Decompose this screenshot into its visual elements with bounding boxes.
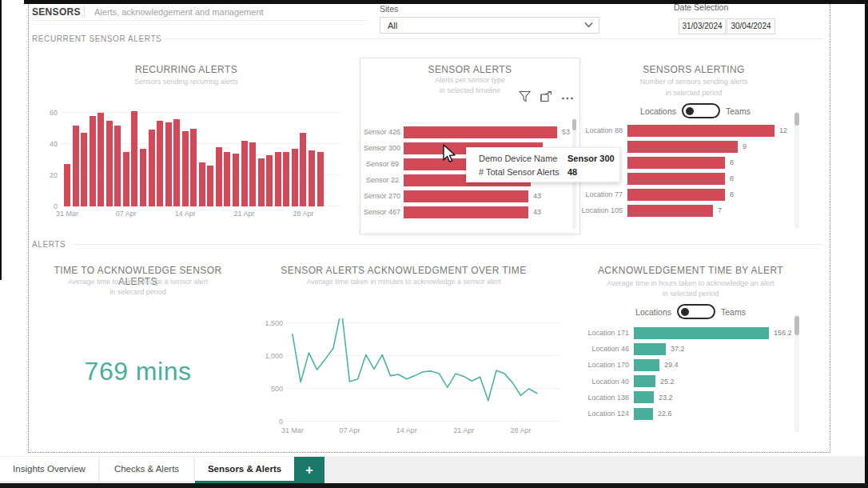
bar[interactable]	[149, 130, 155, 206]
bar[interactable]	[199, 162, 205, 206]
value-label: 37.2	[671, 345, 685, 353]
section-divider-line	[72, 244, 823, 245]
value-label: 43	[533, 208, 541, 216]
left-black-strip	[0, 0, 2, 280]
bar[interactable]	[216, 147, 222, 206]
bar[interactable]	[90, 116, 96, 206]
bar[interactable]	[634, 359, 659, 371]
category-label: Location 138	[583, 394, 634, 402]
bar[interactable]	[627, 189, 725, 201]
value-label: 12	[779, 126, 787, 134]
bar[interactable]	[275, 152, 281, 206]
x-axis-tick: 21 Apr	[234, 210, 255, 218]
bar[interactable]	[224, 152, 230, 206]
bar-row: Location 17029.4	[583, 357, 792, 373]
bar[interactable]	[404, 126, 557, 138]
bar[interactable]	[309, 150, 315, 206]
bar[interactable]	[292, 149, 298, 206]
ack-over-time-line-chart[interactable]: 05001,0001,50031 Mar07 Apr14 Apr21 Apr28…	[286, 318, 555, 423]
bar[interactable]	[114, 126, 121, 206]
recurring-alerts-bar-chart[interactable]: 020406031 Mar07 Apr14 Apr21 Apr28 Apr	[61, 108, 336, 206]
tab-checks-alerts[interactable]: Checks & Alerts	[100, 457, 193, 481]
x-axis-tick: 14 Apr	[396, 426, 417, 434]
bar[interactable]	[404, 190, 528, 202]
bar[interactable]	[634, 375, 655, 387]
bar[interactable]	[81, 133, 87, 206]
tooltip: Demo Device Name Sensor 300 # Total Sens…	[466, 147, 620, 182]
bar[interactable]	[249, 142, 256, 206]
bar-row: Location 12422.6	[583, 406, 792, 422]
bar[interactable]	[634, 327, 769, 339]
teams-label[interactable]: Teams	[721, 307, 746, 317]
bar[interactable]	[98, 113, 104, 206]
bar[interactable]	[123, 152, 129, 206]
sites-dropdown[interactable]: All	[380, 17, 599, 34]
tab-insights-overview[interactable]: Insights Overview	[0, 457, 98, 481]
locations-label[interactable]: Locations	[635, 307, 671, 317]
bar[interactable]	[627, 125, 774, 137]
bar[interactable]	[157, 121, 163, 206]
bar[interactable]	[241, 141, 248, 206]
toggle-knob	[686, 107, 694, 115]
value-label: 7	[718, 206, 722, 214]
tab-sensors-alerts[interactable]: Sensors & Alerts	[195, 457, 294, 481]
bar[interactable]	[634, 391, 654, 403]
bar[interactable]	[627, 141, 738, 153]
filter-icon[interactable]	[518, 90, 532, 103]
bar[interactable]	[173, 119, 180, 206]
date-to-field[interactable]: 30/04/2024	[727, 18, 775, 34]
teams-label[interactable]: Teams	[726, 106, 751, 116]
date-from-field[interactable]: 31/03/2024	[679, 18, 726, 34]
bar[interactable]	[182, 131, 189, 206]
locations-label[interactable]: Locations	[640, 106, 676, 116]
y-axis-tick: 1,000	[259, 352, 283, 360]
bar[interactable]	[258, 158, 265, 206]
scrollbar-thumb[interactable]	[794, 113, 799, 126]
bar-row: Location 8812	[578, 122, 787, 138]
sensors-alerting-scrollbar[interactable]	[794, 112, 799, 229]
bar[interactable]	[106, 121, 113, 206]
line-series[interactable]	[286, 318, 555, 423]
y-axis-tick: 0	[259, 418, 283, 426]
sensors-alerting-subtitle-2: in selected period	[591, 89, 796, 97]
bar[interactable]	[73, 126, 79, 206]
tooltip-field-label: # Total Sensor Alerts	[479, 166, 567, 179]
section-divider-line	[149, 38, 823, 39]
bar[interactable]	[627, 173, 725, 185]
bar[interactable]	[64, 164, 70, 206]
category-label: Sensor 22	[364, 176, 404, 184]
add-page-button[interactable]: +	[294, 457, 325, 484]
value-label: 8	[730, 174, 734, 182]
scrollbar-thumb[interactable]	[572, 119, 576, 130]
bar[interactable]	[233, 154, 239, 206]
bar[interactable]	[317, 152, 324, 206]
bar[interactable]	[404, 206, 528, 218]
bar[interactable]	[300, 133, 306, 206]
bar[interactable]	[131, 111, 137, 206]
bar[interactable]	[634, 343, 666, 355]
focus-mode-icon[interactable]	[540, 90, 553, 103]
bar[interactable]	[634, 408, 653, 420]
bar[interactable]	[165, 122, 172, 206]
ack-by-alert-scrollbar[interactable]	[794, 314, 799, 432]
x-axis-tick: 28 Apr	[511, 426, 532, 434]
ack-by-alert-subtitle-1: Average time in hours taken to acknowled…	[582, 279, 799, 287]
bar[interactable]	[207, 166, 213, 206]
locations-teams-toggle[interactable]	[682, 103, 720, 118]
bar[interactable]	[266, 155, 273, 206]
bar[interactable]	[627, 205, 713, 217]
tooltip-field-value: Sensor 300	[567, 152, 615, 166]
locations-teams-toggle[interactable]	[677, 304, 715, 319]
bar[interactable]	[627, 157, 725, 169]
chevron-down-icon[interactable]	[584, 22, 593, 28]
sensor-alerts-subtitle-1: Alerts per sensor type	[360, 76, 580, 84]
bar[interactable]	[283, 152, 289, 206]
more-options-icon[interactable]	[561, 90, 574, 103]
bar[interactable]	[190, 129, 197, 207]
bar[interactable]	[140, 149, 146, 206]
top-black-strip	[24, 0, 868, 4]
section-recurrent-label: RECURRENT SENSOR ALERTS	[32, 34, 161, 43]
bar-row: Location 171156.2	[583, 325, 792, 341]
ack-by-alert-bar-chart[interactable]: Location 171156.2Location 4637.2Location…	[583, 325, 792, 422]
scrollbar-thumb[interactable]	[794, 316, 799, 335]
